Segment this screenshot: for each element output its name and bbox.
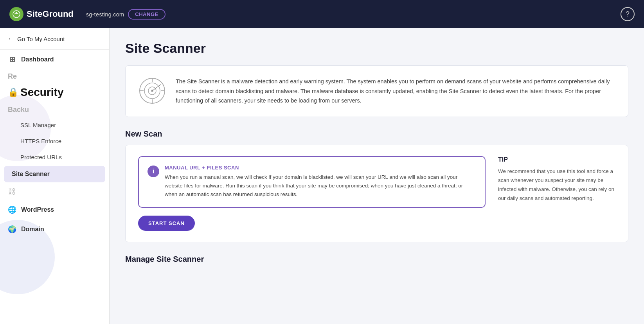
tip-box: TIP We recommend that you use this tool … xyxy=(498,156,615,231)
change-button[interactable]: CHANGE xyxy=(128,9,165,20)
sidebar-item-security[interactable]: 🔒 Security xyxy=(0,84,109,103)
domain-name: sg-testing.com xyxy=(86,11,124,18)
info-card: The Site Scanner is a malware detection … xyxy=(125,65,628,117)
new-scan-title: New Scan xyxy=(125,130,628,139)
scan-option-card[interactable]: i MANUAL URL + FILES SCAN When you run a… xyxy=(138,156,486,208)
sidebar-item-site-scanner[interactable]: Site Scanner xyxy=(4,166,105,182)
dashboard-label: Dashboard xyxy=(21,56,54,63)
sidebar: ← Go To My Account ⊞ Dashboard Re 🔒 Secu… xyxy=(0,28,110,324)
page-title: Site Scanner xyxy=(125,41,628,56)
domain-icon: 🌍 xyxy=(8,225,16,234)
scan-type-desc: When you run a manual scan, we will chec… xyxy=(165,173,476,199)
sidebar-item-ssl-manager[interactable]: SSL Manager xyxy=(0,117,109,133)
scan-options: i MANUAL URL + FILES SCAN When you run a… xyxy=(138,156,486,231)
dashboard-icon: ⊞ xyxy=(8,55,16,64)
sidebar-item-https-enforce[interactable]: HTTPS Enforce xyxy=(0,133,109,149)
go-to-account-label: Go To My Account xyxy=(17,36,65,42)
svg-point-1 xyxy=(16,12,17,14)
back-arrow-icon: ← xyxy=(8,35,14,42)
security-icon: 🔒 xyxy=(8,87,16,97)
sidebar-item-protected-urls[interactable]: Protected URLs xyxy=(0,149,109,165)
tip-title: TIP xyxy=(498,156,615,163)
body-wrapper: ← Go To My Account ⊞ Dashboard Re 🔒 Secu… xyxy=(0,28,644,324)
faded-re-label: Re xyxy=(0,69,109,84)
main-content: Site Scanner The Site Scanner is a malwa… xyxy=(110,28,644,324)
scan-option-details: MANUAL URL + FILES SCAN When you run a m… xyxy=(165,165,476,199)
info-text: The Site Scanner is a malware detection … xyxy=(176,77,615,106)
logo: SiteGround xyxy=(9,7,74,21)
info-icon: i xyxy=(148,166,159,177)
wordpress-label: WordPress xyxy=(21,206,54,213)
domain-badge: sg-testing.com CHANGE xyxy=(86,9,165,20)
domain-nav-label: Domain xyxy=(21,226,44,233)
chain-icon: ⛓ xyxy=(8,187,16,196)
header: SiteGround sg-testing.com CHANGE ? xyxy=(0,0,644,28)
sidebar-item-domain[interactable]: 🌍 Domain xyxy=(0,220,109,239)
svg-point-0 xyxy=(13,11,20,18)
tip-text: We recommend that you use this tool and … xyxy=(498,167,615,203)
sidebar-item-dashboard[interactable]: ⊞ Dashboard xyxy=(0,50,109,69)
start-scan-button[interactable]: START SCAN xyxy=(138,216,195,231)
logo-icon xyxy=(9,7,23,21)
manage-title: Manage Site Scanner xyxy=(125,255,628,264)
logo-text: SiteGround xyxy=(27,9,74,19)
faded-backup-label: Backu xyxy=(0,103,109,117)
security-label-text: Security xyxy=(20,86,64,99)
scanner-icon xyxy=(138,77,166,105)
go-to-account[interactable]: ← Go To My Account xyxy=(0,28,109,50)
scan-type-label: MANUAL URL + FILES SCAN xyxy=(165,165,476,171)
scan-area: i MANUAL URL + FILES SCAN When you run a… xyxy=(125,145,628,242)
sidebar-item-wordpress[interactable]: 🌐 WordPress xyxy=(0,200,109,220)
wordpress-icon: 🌐 xyxy=(8,205,16,214)
help-button[interactable]: ? xyxy=(621,7,635,21)
